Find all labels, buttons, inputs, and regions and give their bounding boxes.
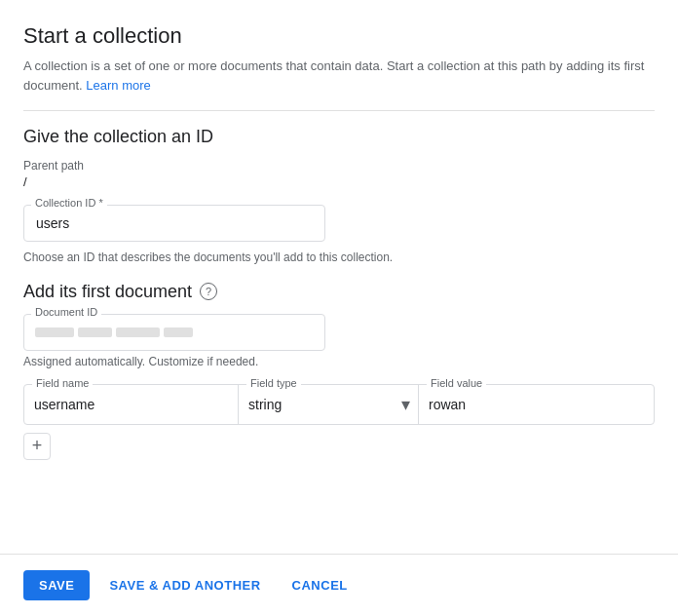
field-type-select[interactable]: string number boolean map array null tim… [239, 385, 418, 424]
document-id-label: Document ID [31, 306, 101, 318]
first-document-section: Add its first document ? Document ID Ass… [23, 282, 655, 460]
collection-id-helper: Choose an ID that describes the document… [23, 250, 655, 266]
field-row: Field name Field type string number bool… [23, 384, 655, 425]
field-type-label: Field type [246, 377, 301, 389]
collection-id-label: Collection ID * [31, 197, 107, 209]
collection-id-input[interactable] [23, 205, 325, 242]
help-icon[interactable]: ? [200, 283, 217, 300]
save-add-another-button[interactable]: SAVE & ADD ANOTHER [97, 570, 272, 600]
field-name-input[interactable] [24, 385, 238, 424]
page-title: Start a collection [23, 23, 655, 49]
field-name-section: Field name [24, 385, 239, 424]
start-collection-section: Start a collection A collection is a set… [23, 23, 655, 95]
parent-path-label: Parent path [23, 159, 655, 173]
document-id-input[interactable] [23, 314, 325, 351]
field-value-label: Field value [427, 377, 486, 389]
field-name-label: Field name [32, 377, 93, 389]
page-container: Start a collection A collection is a set… [0, 0, 678, 616]
collection-id-field-container: Collection ID * [23, 205, 325, 242]
learn-more-link[interactable]: Learn more [86, 78, 150, 93]
footer: SAVE SAVE & ADD ANOTHER CANCEL [0, 554, 678, 616]
divider-1 [23, 110, 655, 111]
document-id-field-container: Document ID [23, 314, 325, 351]
cancel-button[interactable]: CANCEL [281, 570, 359, 600]
main-content: Start a collection A collection is a set… [0, 0, 678, 554]
assigned-text: Assigned automatically. Customize if nee… [23, 355, 655, 368]
collection-id-section: Give the collection an ID Parent path / … [23, 127, 655, 266]
add-field-button[interactable]: + [23, 433, 51, 460]
field-type-section: Field type string number boolean map arr… [239, 385, 419, 424]
field-value-section: Field value [419, 385, 654, 424]
parent-path-value: / [23, 174, 655, 189]
first-document-title: Add its first document ? [23, 282, 655, 302]
field-value-input[interactable] [419, 385, 654, 424]
collection-id-title: Give the collection an ID [23, 127, 655, 147]
page-description: A collection is a set of one or more doc… [23, 57, 655, 95]
add-icon: + [32, 436, 43, 456]
field-type-wrapper: string number boolean map array null tim… [239, 385, 418, 424]
save-button[interactable]: SAVE [23, 570, 90, 600]
